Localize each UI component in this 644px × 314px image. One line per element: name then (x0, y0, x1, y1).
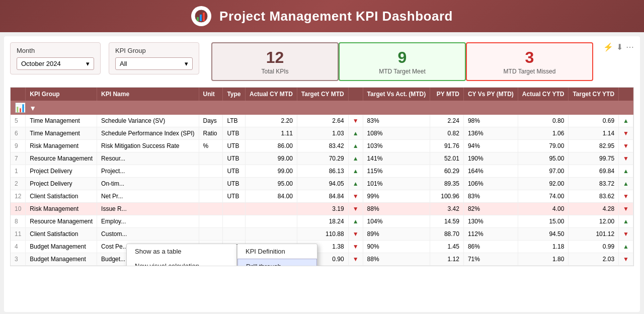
kpi-group-select[interactable]: All ▾ (115, 57, 193, 70)
col-header-num (11, 88, 26, 101)
cell-kpi-name: Schedule Performance Index (SPI) (97, 127, 199, 140)
table-row: 9 Risk Management Risk Mitigation Succes… (11, 140, 633, 152)
context-show-as-table[interactable]: Show as a table (127, 244, 236, 259)
cell-type (223, 215, 246, 228)
cell-type: LTB (223, 115, 246, 127)
cell-arrow: ▼ (348, 115, 363, 127)
col-header-unit: Unit (199, 88, 223, 101)
cell-arrow: ▼ (348, 241, 363, 253)
svg-rect-1 (197, 17, 199, 21)
cell-kpi-name: Issue R... (97, 203, 199, 215)
cell-unit: Ratio (199, 127, 223, 140)
cell-target-vs-act: 90% (363, 241, 430, 253)
cell-unit (199, 203, 223, 215)
col-header-kpi-name: KPI Name (97, 88, 199, 101)
table-row: 1 Project Delivery Project... UTB 99.00 … (11, 165, 633, 178)
cell-target-cy-mtd: 3.19 (297, 203, 348, 215)
cell-cy-vs-py: 83% (463, 190, 518, 203)
cell-unit (199, 190, 223, 203)
cell-target-cy-mtd: 83.42 (297, 140, 348, 152)
download-icon[interactable]: ⬇ (616, 42, 623, 52)
cell-arrow: ▲ (348, 127, 363, 140)
cell-target-cy-ytd: 69.84 (569, 165, 619, 178)
more-options-icon[interactable]: ⋯ (626, 42, 634, 52)
mtd-meet-number: 9 (398, 48, 407, 67)
cell-type (223, 203, 246, 215)
cell-ytd-arrow: ▼ (619, 190, 633, 203)
cell-actual-cy-ytd: 15.00 (518, 215, 569, 228)
cell-ytd-arrow: ▼ (619, 228, 633, 241)
cell-arrow: ▼ (348, 190, 363, 203)
table-row: 10 Risk Management Issue R... 3.19 ▼ 88%… (11, 203, 633, 215)
cell-py-mtd: 100.96 (430, 190, 464, 203)
cell-actual-cy-ytd: 95.00 (518, 152, 569, 165)
table-row: 11 Client Satisfaction Custom... 110.88 … (11, 228, 633, 241)
submenu-kpi-definition[interactable]: KPI Definition (237, 244, 317, 259)
cell-actual-cy-ytd: 0.80 (518, 115, 569, 127)
page-title: Project Management KPI Dashboard (219, 9, 453, 24)
month-select[interactable]: October 2024 ▾ (17, 57, 94, 70)
cell-num: 4 (11, 241, 26, 253)
cell-unit (199, 165, 223, 178)
cell-type (223, 228, 246, 241)
cell-cy-vs-py: 190% (463, 152, 518, 165)
cell-arrow: ▲ (348, 140, 363, 152)
total-kpis-card: 12 Total KPIs (211, 42, 339, 81)
cell-target-cy-mtd: 84.84 (297, 190, 348, 203)
cell-target-vs-act: 89% (363, 228, 430, 241)
cell-num: 12 (11, 190, 26, 203)
cell-target-cy-ytd: 4.28 (569, 203, 619, 215)
page-header: Project Management KPI Dashboard (0, 0, 644, 32)
cell-target-vs-act: 141% (363, 152, 430, 165)
kpi-group-label: KPI Group (115, 47, 193, 54)
kpi-group-filter: KPI Group All ▾ (109, 42, 199, 74)
context-new-visual[interactable]: New visual calculation (127, 259, 236, 266)
table-row: 3 Budget Management Budget... LTB 0.80 0… (11, 253, 633, 266)
col-header-kpi-group: KPI Group (26, 88, 97, 101)
table-row: 7 Resource Management Resour... UTB 99.0… (11, 152, 633, 165)
cell-py-mtd: 52.01 (430, 152, 464, 165)
mtd-meet-label: MTD Target Meet (379, 68, 425, 75)
cell-kpi-group: Time Management (26, 127, 97, 140)
cell-ytd-arrow: ▼ (619, 203, 633, 215)
mtd-missed-number: 3 (525, 48, 534, 67)
table-icon: 📊 (15, 103, 26, 113)
col-header-actual-cy-mtd: Actual CY MTD (246, 88, 297, 101)
cell-actual-cy-mtd: 86.00 (246, 140, 297, 152)
cell-py-mtd: 1.45 (430, 241, 464, 253)
filter-sub-icon[interactable]: ▼ (29, 104, 36, 112)
cell-target-cy-mtd: 70.29 (297, 152, 348, 165)
cell-ytd-arrow: ▲ (619, 241, 633, 253)
submenu-drill-through[interactable]: Drill through (237, 259, 317, 266)
kpi-table: KPI Group KPI Name Unit Type Actual CY M… (11, 88, 633, 266)
cell-actual-cy-mtd: 95.00 (246, 178, 297, 190)
cell-kpi-name: Project... (97, 165, 199, 178)
filter-icon[interactable]: ⚡ (603, 42, 613, 52)
cell-arrow: ▼ (348, 228, 363, 241)
cell-kpi-group: Risk Management (26, 203, 97, 215)
cell-actual-cy-ytd: 1.06 (518, 127, 569, 140)
top-controls: Month October 2024 ▾ KPI Group All ▾ 12 … (10, 42, 634, 81)
cell-py-mtd: 88.70 (430, 228, 464, 241)
cell-py-mtd: 14.59 (430, 215, 464, 228)
col-header-target-vs-act: Target Vs Act. (MTD) (363, 88, 430, 101)
total-kpis-label: Total KPIs (261, 68, 288, 75)
cell-kpi-group: Project Delivery (26, 165, 97, 178)
cell-actual-cy-mtd (246, 203, 297, 215)
cell-target-vs-act: 88% (363, 253, 430, 266)
cell-num: 8 (11, 215, 26, 228)
kpi-group-value: All (120, 60, 127, 67)
table-sub-header-row: 📊 ▼ (11, 101, 633, 115)
cell-ytd-arrow: ▲ (619, 165, 633, 178)
month-filter-label: Month (17, 47, 94, 54)
cell-target-cy-ytd: 82.95 (569, 140, 619, 152)
cell-ytd-arrow: ▼ (619, 152, 633, 165)
cell-actual-cy-mtd: 84.00 (246, 190, 297, 203)
cell-arrow: ▲ (348, 152, 363, 165)
cell-kpi-group: Resource Management (26, 152, 97, 165)
cell-kpi-name: Net Pr... (97, 190, 199, 203)
svg-rect-3 (203, 13, 205, 21)
cell-kpi-group: Budget Management (26, 241, 97, 253)
cell-num: 7 (11, 152, 26, 165)
cell-unit (199, 178, 223, 190)
